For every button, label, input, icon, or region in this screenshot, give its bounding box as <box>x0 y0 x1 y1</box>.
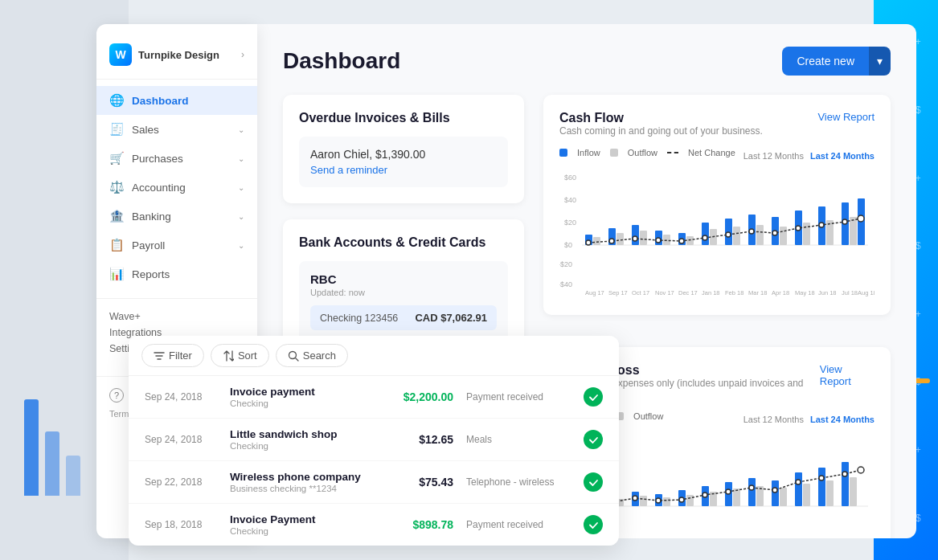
create-new-dropdown-button[interactable]: ▾ <box>869 47 891 76</box>
svg-text:Aug 17: Aug 17 <box>585 289 604 296</box>
inflow-legend-label: Inflow <box>577 148 600 157</box>
svg-point-38 <box>726 232 731 237</box>
sidebar-item-accounting[interactable]: ⚖️ Accounting ⌄ <box>96 173 257 202</box>
sidebar-item-reports[interactable]: 📊 Reports <box>96 260 257 288</box>
cash-flow-title: Cash Flow <box>559 111 763 125</box>
svg-text:Dec 17: Dec 17 <box>678 289 698 296</box>
svg-text:$60: $60 <box>564 174 576 182</box>
svg-text:Sep 17: Sep 17 <box>608 289 628 296</box>
dashboard-icon: 🌐 <box>109 93 124 108</box>
dashboard-header: Dashboard Create new ▾ <box>283 47 891 76</box>
sort-button[interactable]: Sort <box>211 344 269 367</box>
svg-rect-80 <box>780 488 787 506</box>
svg-text:$20: $20 <box>564 219 576 227</box>
sort-icon <box>223 350 234 362</box>
brand-name: Turnpike Design <box>138 49 219 61</box>
tx-info: Little sandwich shop Checking <box>230 428 368 451</box>
svg-point-97 <box>819 476 824 480</box>
chart-time-selector: Last 12 Months Last 24 Months <box>743 151 875 161</box>
svg-point-42 <box>819 223 824 227</box>
sidebar-brand[interactable]: W Turnpike Design › <box>96 37 257 80</box>
wave-plus-link[interactable]: Wave+ <box>109 309 244 325</box>
svg-point-44 <box>858 215 864 222</box>
bank-account-row[interactable]: Checking 123456 CAD $7,062.91 <box>310 305 497 330</box>
tx-info: Wireless phone company Business checking… <box>230 471 368 493</box>
svg-point-36 <box>679 239 684 243</box>
chevron-down-icon: ⌄ <box>238 183 244 192</box>
svg-point-90 <box>656 498 661 503</box>
bank-updated: Updated: now <box>310 288 497 297</box>
tx-amount: $2,200.00 <box>381 390 453 403</box>
svg-text:Apr 18: Apr 18 <box>772 289 789 296</box>
transactions-toolbar: Filter Sort Search <box>129 336 619 376</box>
tx-check-icon <box>584 430 603 449</box>
accounting-icon: ⚖️ <box>109 180 124 194</box>
svg-point-94 <box>749 485 754 490</box>
tx-check-icon <box>584 387 603 407</box>
invoice-name: Aaron Chiel, $1,390.00 <box>310 148 497 161</box>
svg-rect-8 <box>593 237 600 245</box>
net-change-legend-line <box>667 152 678 153</box>
chevron-down-icon: ⌄ <box>238 154 244 163</box>
tx-date: Sep 24, 2018 <box>145 434 217 445</box>
transaction-row[interactable]: Sep 18, 2018 Invoice Payment Checking $8… <box>129 504 619 546</box>
profit-time-selector: Last 12 Months Last 24 Months <box>743 415 875 424</box>
bank-name: RBC <box>310 272 497 286</box>
transactions-panel: Filter Sort Search Sep 24, 2018 Invoice … <box>129 336 619 546</box>
svg-rect-17 <box>702 223 709 245</box>
svg-text:Jul 18: Jul 18 <box>842 289 858 296</box>
svg-rect-24 <box>780 227 787 245</box>
transaction-row[interactable]: Sep 24, 2018 Invoice payment Checking $2… <box>129 376 619 419</box>
time-24-months[interactable]: Last 24 Months <box>810 151 875 161</box>
tx-category: Payment received <box>466 519 571 530</box>
svg-text:Jun 18: Jun 18 <box>818 289 837 296</box>
profit-time-12[interactable]: Last 12 Months <box>743 415 804 424</box>
send-reminder-link[interactable]: Send a reminder <box>310 164 497 176</box>
svg-rect-76 <box>733 488 740 506</box>
view-report-link[interactable]: View Report <box>817 111 875 123</box>
tx-sub: Checking <box>230 441 368 451</box>
svg-rect-11 <box>632 225 639 245</box>
sidebar-item-banking[interactable]: 🏦 Banking ⌄ <box>96 202 257 231</box>
chevron-down-icon: ⌄ <box>238 125 244 134</box>
outflow-legend-dot <box>610 149 618 157</box>
outflow-p-legend-label: Outflow <box>633 411 663 421</box>
transaction-row[interactable]: Sep 22, 2018 Wireless phone company Busi… <box>129 461 619 504</box>
sidebar-item-payroll[interactable]: 📋 Payroll ⌄ <box>96 231 257 260</box>
svg-point-39 <box>749 229 754 234</box>
svg-point-41 <box>796 226 801 231</box>
svg-text:$0: $0 <box>564 241 572 249</box>
reports-icon: 📊 <box>109 267 124 281</box>
svg-rect-68 <box>640 496 647 506</box>
search-button[interactable]: Search <box>276 344 348 367</box>
transaction-row[interactable]: Sep 24, 2018 Little sandwich shop Checki… <box>129 419 619 461</box>
chart-legend: Inflow Outflow Net Change <box>559 148 735 157</box>
invoice-item: Aaron Chiel, $1,390.00 Send a reminder <box>299 137 508 187</box>
sidebar-item-sales[interactable]: 🧾 Sales ⌄ <box>96 115 257 144</box>
profit-view-report-link[interactable]: View Report <box>820 363 875 387</box>
time-12-months[interactable]: Last 12 Months <box>743 151 804 161</box>
tx-name: Invoice Payment <box>230 513 368 525</box>
tx-date: Sep 22, 2018 <box>145 476 217 488</box>
tx-date: Sep 18, 2018 <box>145 519 217 530</box>
svg-point-93 <box>726 489 731 494</box>
sidebar-item-label: Sales <box>132 124 159 136</box>
sidebar-item-purchases[interactable]: 🛒 Purchases ⌄ <box>96 144 257 173</box>
create-new-button[interactable]: Create new <box>782 47 869 76</box>
filter-label: Filter <box>169 349 192 362</box>
svg-rect-82 <box>803 484 810 506</box>
tx-info: Invoice payment Checking <box>230 386 368 408</box>
svg-point-91 <box>679 497 684 502</box>
overdue-invoices-card: Overdue Invoices & Bills Aaron Chiel, $1… <box>283 95 524 203</box>
sidebar-item-dashboard[interactable]: 🌐 Dashboard <box>96 86 257 115</box>
help-circle-icon: ? <box>109 388 124 403</box>
profit-time-24[interactable]: Last 24 Months <box>810 415 875 424</box>
svg-rect-83 <box>818 468 825 506</box>
nav-list: 🌐 Dashboard 🧾 Sales ⌄ 🛒 Purchases ⌄ <box>96 86 257 288</box>
sidebar-item-label: Banking <box>132 211 171 223</box>
inflow-legend-dot <box>559 149 567 157</box>
tx-date: Sep 24, 2018 <box>145 391 217 403</box>
filter-button[interactable]: Filter <box>141 344 204 367</box>
page-title: Dashboard <box>283 48 400 74</box>
tx-category: Meals <box>466 434 571 445</box>
